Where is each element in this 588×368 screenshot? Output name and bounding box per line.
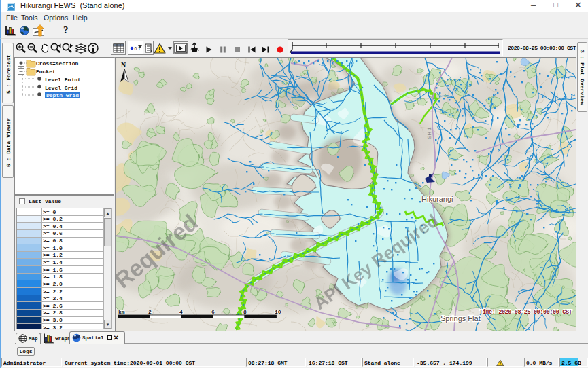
svg-text:N: N	[121, 61, 126, 69]
svg-text:Hikurangi: Hikurangi	[421, 195, 453, 203]
svg-text:10: 10	[275, 309, 281, 315]
svg-text:4: 4	[179, 309, 183, 315]
svg-text:2: 2	[148, 309, 152, 315]
svg-text:km: km	[118, 309, 125, 315]
svg-text:SH 1: SH 1	[426, 127, 432, 139]
svg-text:8: 8	[243, 309, 247, 315]
svg-text:Time: 2020-08-25 00:00:00 CST: Time: 2020-08-25 00:00:00 CST	[479, 309, 572, 316]
svg-text:Springs Flat: Springs Flat	[440, 314, 481, 323]
svg-text:6: 6	[211, 309, 215, 315]
